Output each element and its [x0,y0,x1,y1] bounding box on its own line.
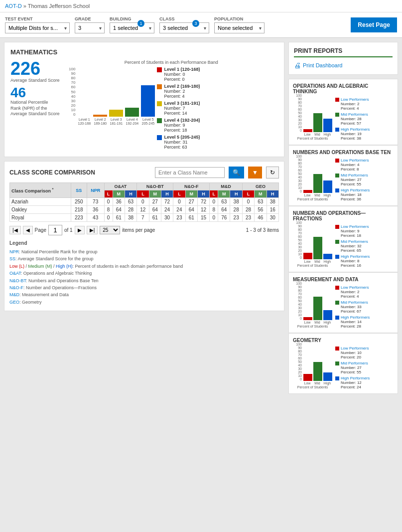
mini-chart-wrap: 0102030405060708090100LowMidHighPercent … [293,346,332,389]
col-geo: GEO [242,183,278,190]
mini-x-labels: LowMidHigh [303,321,332,324]
print-dashboard-link[interactable]: 🖨 Print Dashboard [294,61,393,69]
mini-bar [323,119,332,132]
legend-lmh: Low (L) / Medium (M) / High (H): Percent… [9,263,279,270]
building-select[interactable]: 1 selected [110,22,154,33]
x-label: Level 1120-168 [77,118,91,125]
mini-bar [303,129,312,132]
domain-title: GEOMETRY [293,338,394,343]
math-bar [125,108,139,117]
next-page-btn[interactable]: ▶ [75,226,85,234]
reset-page-button[interactable]: Reset Page [351,17,397,32]
domain-card: MEASUREMENT AND DATA01020304050607080901… [288,272,398,333]
mini-y-axis: 0102030405060708090100 [293,224,302,259]
y-and-bars: 0102030405060708090100 [293,158,332,193]
mini-bar [313,237,322,260]
population-select[interactable]: None selected [214,22,265,33]
domain-legend-item: Mid PerformersNumber: 27Percent: 55 [335,361,370,374]
legend-item: Level 3 (181-191)Number: 7Percent: 14 [157,101,222,116]
domain-title: MEASUREMENT AND DATA [293,277,394,282]
legend-item: Level 1 (120-168)Number: 0Percent: 0 [157,67,222,82]
print-title: PRINT REPORTS [294,47,393,57]
first-page-btn[interactable]: |◀ [9,226,21,234]
breadcrumb-school: Thomas Jefferson School [28,3,90,9]
refresh-button[interactable]: ↻ [266,167,279,178]
math-title: MATHEMATICS [10,48,278,56]
domain-body: 0102030405060708090100LowMidHighPercent … [293,224,394,268]
comparison-title: CLASS SCORE COMPARISON [9,169,151,176]
y-and-bars: 0102030405060708090100 [293,224,332,259]
col-md: M&D [210,183,243,190]
y-and-bars: 0102030405060708090100 [293,97,332,132]
mini-y-axis: 0102030405060708090100 [293,158,302,193]
comparison-table: Class Comparison * SS NPR O&AT N&O-BT N&… [9,182,279,222]
page-label: Page [35,227,46,233]
mini-x-labels: LowMidHigh [303,133,332,136]
right-panel: PRINT REPORTS 🖨 Print Dashboard OPERATIO… [288,42,398,394]
y-and-bars: 0102030405060708090100 [293,346,332,381]
mini-x-labels: LowMidHigh [303,260,332,263]
class-name-search[interactable] [155,167,225,178]
legend-oat: O&AT: Operations and Algebraic Thinking [9,270,279,277]
domain-body: 0102030405060708090100LowMidHighPercent … [293,97,394,141]
avg-label: Average Standard Score [10,78,59,83]
per-page-label: items per page [122,227,155,233]
col-class: Class Comparison * [10,183,71,198]
y-and-bars: 0102030405060708090100 [293,285,332,320]
nobt-m: M [149,190,161,198]
x-label: Level 2169-180 [93,118,107,125]
domain-cards: OPERATIONS AND ALGEBRAIC THINKING0102030… [288,79,398,394]
math-bar [93,115,107,117]
domain-title: OPERATIONS AND ALGEBRAIC THINKING [293,83,394,94]
math-legend: Level 1 (120-168)Number: 0Percent: 0 Lev… [157,67,222,151]
domain-legend-item: High PerformersNumber: 18Percent: 36 [335,188,370,201]
legend-item: Level 4 (192-204)Number: 9Percent: 18 [157,118,222,133]
npr-score: 46 [10,86,59,100]
domain-card: NUMBERS AND OPERATIONS BASE TEN010203040… [288,145,398,206]
filter-button[interactable]: ▼ [248,167,262,178]
grade-select[interactable]: 3 [75,22,105,33]
nobt-l: L [137,190,149,198]
domain-legend: Low PerformersNumber: 2Percent: 4 Mid Pe… [335,285,370,329]
legend-item: Level 2 (169-180)Number: 2Percent: 4 [157,84,222,99]
avg-score: 226 [10,60,59,78]
mini-chart-wrap: 0102030405060708090100LowMidHighPercent … [293,97,332,141]
last-page-btn[interactable]: ▶| [87,226,98,234]
domain-card: GEOMETRY0102030405060708090100LowMidHigh… [288,333,398,394]
col-nobt: N&O-BT [137,183,173,190]
domain-legend-item: Mid PerformersNumber: 33Percent: 67 [335,300,370,314]
mini-bar [323,372,332,381]
grade-label: GRADE [75,16,105,21]
population-select-wrapper: None selected [214,22,265,33]
mini-bar [313,113,322,133]
building-label: BUILDING [110,16,154,21]
per-page-select[interactable]: 25 50 100 [100,226,120,234]
test-event-select[interactable]: Multiple Dists for s... [5,22,70,33]
mini-x-labels: LowMidHigh [303,381,332,385]
domain-legend-item: Mid PerformersNumber: 32Percent: 65 [335,239,370,253]
md-m: M [218,190,230,198]
search-button[interactable]: 🔍 [229,167,244,178]
domain-legend-item: Low PerformersNumber: 2Percent: 4 [335,97,370,111]
class-select[interactable]: 3 selected [159,22,209,33]
breadcrumb-org[interactable]: AOT-D [5,3,22,9]
prev-page-btn[interactable]: ◀ [23,226,33,234]
nof-m: M [185,190,197,198]
domain-legend-item: Low PerformersNumber: 2Percent: 4 [335,285,370,299]
domain-legend-item: Low PerformersNumber: 9Percent: 18 [335,224,370,238]
comparison-header: CLASS SCORE COMPARISON 🔍 ▼ ↻ [9,167,279,178]
page-input[interactable] [48,225,62,235]
domain-legend: Low PerformersNumber: 4Percent: 8 Mid Pe… [335,158,370,201]
legend-md: M&D: Measurement and Data [9,291,279,298]
mini-bar [313,174,322,193]
mini-bars [303,285,332,320]
math-stats: 226 Average Standard Score 46 National P… [10,60,59,117]
math-chart-area: Percent of Students in each Performance … [64,60,278,151]
population-filter: POPULATION None selected [214,16,265,33]
domain-legend-item: Mid PerformersNumber: 28Percent: 57 [335,112,370,126]
chart-container: 0 10 20 30 40 50 60 70 80 90 100 [64,67,155,151]
domain-body: 0102030405060708090100LowMidHighPercent … [293,346,394,389]
test-event-select-wrapper: Multiple Dists for s... [5,22,70,33]
percent-label: Percent of Students [293,264,332,267]
chart-with-legend: 0 10 20 30 40 50 60 70 80 90 100 [64,67,278,151]
